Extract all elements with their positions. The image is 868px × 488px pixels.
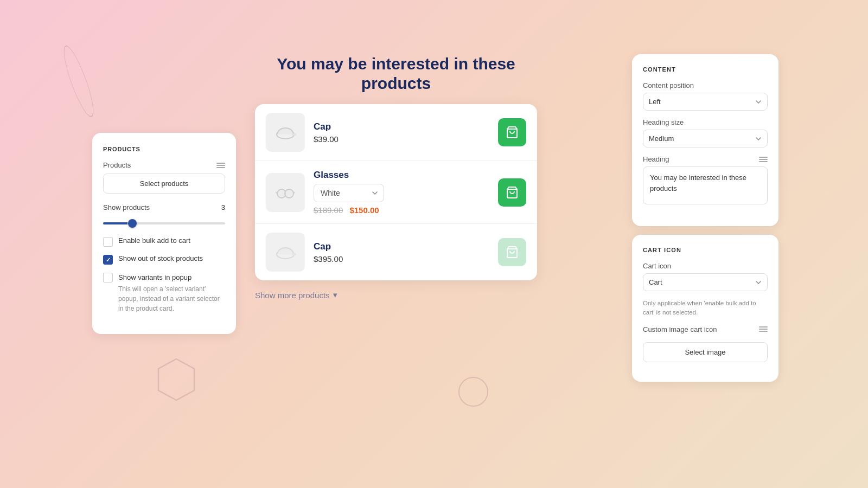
out-of-stock-label: Show out of stock products [118,254,203,262]
content-position-select[interactable]: Left Center Right [643,93,768,111]
heading-stack-icon [759,157,768,162]
out-of-stock-row: Show out of stock products [103,254,225,265]
heading-size-select[interactable]: Small Medium Large [643,130,768,147]
chevron-down-icon: ▾ [333,290,337,300]
product-info: Cap $39.00 [314,121,489,144]
decorative-squiggle [59,43,99,119]
products-list: Cap $39.00 [255,104,537,280]
product-info: Cap $395.00 [314,241,489,264]
product-price: $39.00 [314,134,489,144]
variants-popup-sublabel: This will open a 'select variant' popup,… [118,284,225,313]
heading-size-label: Heading size [643,118,768,126]
heading-field: Heading You may be interested in these p… [643,155,768,207]
select-products-button[interactable]: Select products [103,174,225,194]
content-position-field: Content position Left Center Right [643,81,768,111]
add-to-cart-button[interactable] [498,178,526,207]
products-stack-icon [216,163,225,168]
product-name: Cap [314,241,489,252]
decorative-circle [458,377,488,407]
variants-popup-checkbox[interactable] [103,273,113,282]
svg-rect-11 [292,253,296,255]
add-to-cart-button[interactable] [498,238,526,266]
table-row: Glasses White Black Brown $189.00 $150.0… [255,161,537,224]
cart-icon-field: Cart icon Cart Bag Plus [643,262,768,291]
svg-rect-2 [292,133,296,136]
bulk-add-row: Enable bulk add to cart [103,236,225,247]
cap-icon [275,241,296,263]
cart-icon-label: Cart icon [643,262,768,270]
custom-image-label: Custom image cart icon [643,325,768,333]
custom-image-stack-icon [759,326,768,332]
cart-icon-select[interactable]: Cart Bag Plus [643,273,768,291]
heading-label: Heading [643,155,768,163]
product-thumbnail [266,173,305,212]
right-panel: CONTENT Content position Left Center Rig… [632,54,778,390]
show-more-button[interactable]: Show more products ▾ [255,280,537,300]
content-position-label: Content position [643,81,768,89]
heading-size-field: Heading size Small Medium Large [643,118,768,147]
svg-point-5 [285,189,293,198]
table-row: Cap $395.00 [255,224,537,280]
show-products-label: Show products [103,203,150,211]
decorative-hexagon [157,358,195,401]
cart-icon-card: CART ICON Cart icon Cart Bag Plus Only a… [632,235,778,382]
products-section-title: PRODUCTS [103,146,225,152]
show-products-slider[interactable] [103,222,225,224]
center-preview: You may be interested in these products … [255,54,537,300]
cart-icon-note: Only applicable when 'enable bulk add to… [643,299,768,318]
custom-image-field: Custom image cart icon Select image [643,325,768,362]
select-image-button[interactable]: Select image [643,342,768,362]
content-section-title: CONTENT [643,66,768,73]
product-name: Glasses [314,170,489,181]
products-field-label: Products [103,161,225,169]
slider-count: 3 [221,203,225,211]
table-row: Cap $39.00 [255,104,537,161]
heading-textarea[interactable]: You may be interested in these products [643,166,768,204]
product-thumbnail [266,233,305,272]
product-thumbnail [266,113,305,152]
variants-popup-row: Show variants in popup This will open a … [103,272,225,313]
product-price: $395.00 [314,254,489,264]
variants-popup-label: Show variants in popup [118,273,192,281]
cap-icon [275,121,296,143]
product-info: Glasses White Black Brown $189.00 $150.0… [314,170,489,215]
preview-heading: You may be interested in these products [255,54,537,93]
cart-icon-section-title: CART ICON [643,247,768,253]
glasses-icon [275,182,296,203]
product-name: Cap [314,121,489,132]
cart-icon [506,246,519,259]
bulk-add-label: Enable bulk add to cart [118,236,190,245]
content-card: CONTENT Content position Left Center Rig… [632,54,778,226]
cart-icon [506,186,519,199]
variant-select[interactable]: White Black Brown [314,184,384,202]
products-panel: PRODUCTS Products Select products Show p… [92,133,236,334]
out-of-stock-checkbox[interactable] [103,255,113,265]
svg-marker-0 [158,359,194,400]
bulk-add-checkbox[interactable] [103,237,113,247]
add-to-cart-button[interactable] [498,118,526,146]
product-price: $189.00 $150.00 [314,206,489,215]
cart-icon [506,126,519,139]
